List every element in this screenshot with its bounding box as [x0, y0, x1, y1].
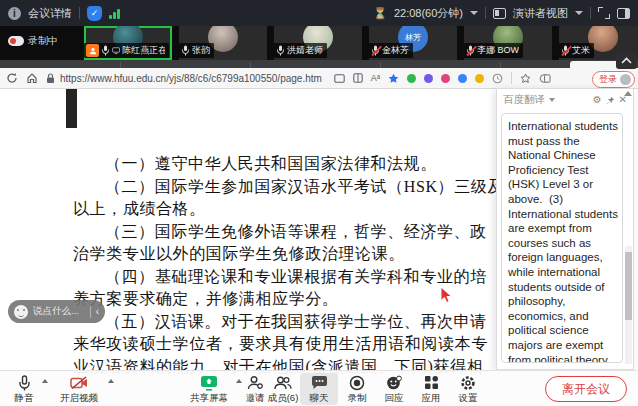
- meeting-details-label[interactable]: 会议详情: [28, 6, 72, 21]
- participant-tile[interactable]: 林芳 金林芳: [369, 26, 457, 60]
- recording-indicator: 录制中: [8, 34, 58, 48]
- doc-line: （三）国际学生免修外语等课程，哲学、经济学、政: [73, 221, 503, 244]
- translate-text: International students must pass the Nat…: [508, 119, 618, 363]
- emoji-icon[interactable]: [14, 305, 28, 319]
- participant-name: 洪婧老师: [287, 44, 323, 57]
- favorite-star-icon[interactable]: [388, 73, 399, 84]
- screen-share-mini-icon: [112, 46, 120, 55]
- share-screen-icon: [200, 374, 218, 391]
- participant-tile[interactable]: 陈红燕正在...: [84, 26, 172, 60]
- read-aloud-icon[interactable]: Aᵃ: [371, 73, 380, 83]
- fullscreen-icon[interactable]: [598, 7, 610, 19]
- scrollbar-thumb[interactable]: [625, 252, 632, 320]
- participant-name: 李娜 BOW: [477, 44, 519, 57]
- members-icon: [274, 374, 292, 391]
- browser-login-button[interactable]: 登录: [592, 71, 635, 88]
- mic-muted-icon: [466, 45, 475, 56]
- favorites-outline-icon[interactable]: [520, 73, 531, 84]
- doc-line: （一）遵守中华人民共和国国家法律和法规。: [73, 153, 503, 176]
- apps-grid-icon: [424, 374, 439, 391]
- participant-tile[interactable]: 李娜 BOW: [464, 26, 552, 60]
- meeting-duration: 22:08(60分钟): [394, 6, 463, 21]
- doc-line: 来华攻读硕士学位者，要求具有使用生活用语和阅读本专: [73, 333, 503, 356]
- participant-name: 金林芳: [382, 44, 409, 57]
- record-icon: [349, 374, 365, 391]
- lock-icon: [46, 73, 55, 84]
- doc-line: 以上，成绩合格。: [73, 198, 503, 221]
- mute-button[interactable]: 静音: [0, 374, 48, 405]
- duration-caret-icon[interactable]: [470, 11, 478, 15]
- active-tab[interactable]: [570, 61, 618, 68]
- divider: [90, 306, 91, 318]
- microphone-icon: [18, 374, 31, 391]
- page-edge-bar: [66, 89, 77, 128]
- gear-icon[interactable]: ⚙: [593, 95, 602, 105]
- translate-result-card: International students must pass the Nat…: [501, 113, 623, 363]
- view-mode-label[interactable]: 演讲者视图: [513, 6, 568, 21]
- chevron-up-icon: [621, 57, 632, 64]
- doc-line: （五）汉语课。对于在我国获得学士学位、再次申请: [73, 311, 503, 334]
- translate-panel-header: 百度翻译 ⚙ ✕: [497, 89, 633, 111]
- divider: [511, 72, 512, 84]
- meeting-window: i 会议详情 ✓ ⏳ 22:08(60分钟) 演讲者视图 录制中: [0, 0, 638, 406]
- collections-icon[interactable]: [539, 73, 551, 84]
- presenter-badge-icon: [86, 44, 99, 57]
- address-bar[interactable]: https://www.hfuu.edu.cn/yjs/88/c6/c6799a…: [46, 73, 322, 84]
- doc-line: 治学类专业以外的国际学生免修政治理论课。: [73, 243, 503, 266]
- browser-tab-strip[interactable]: [0, 60, 638, 68]
- browser-toolbar: https://www.hfuu.edu.cn/yjs/88/c6/c6799a…: [0, 68, 638, 89]
- translate-title[interactable]: 百度翻译: [503, 93, 545, 107]
- document-text: （一）遵守中华人民共和国国家法律和法规。 （二）国际学生参加国家汉语水平考试（H…: [73, 153, 503, 378]
- baidu-translate-panel: 百度翻译 ⚙ ✕ International students must pas…: [496, 88, 634, 370]
- divider: [485, 7, 486, 19]
- settings-button[interactable]: 设置: [444, 374, 492, 405]
- extension-violet-icon[interactable]: [424, 74, 433, 83]
- collapse-chat-icon[interactable]: ‹: [96, 306, 99, 317]
- view-mode-caret-icon[interactable]: [575, 11, 583, 15]
- extension-yellow-icon[interactable]: [475, 74, 484, 83]
- chat-placeholder[interactable]: 说点什么...: [33, 305, 85, 318]
- meeting-top-bar: i 会议详情 ✓ ⏳ 22:08(60分钟) 演讲者视图: [0, 0, 638, 26]
- mic-muted-icon: [371, 45, 380, 56]
- participant-name: 张韵: [192, 44, 210, 57]
- mic-on-icon: [101, 45, 110, 56]
- collapse-strip-button[interactable]: [616, 52, 637, 69]
- quick-chat-bubble[interactable]: 说点什么... ‹: [8, 300, 105, 323]
- split-screen-icon[interactable]: [353, 73, 363, 83]
- extension-blue-icon[interactable]: [458, 74, 467, 83]
- scroll-up-arrow-icon[interactable]: [624, 91, 632, 96]
- side-panel-toggle-icon[interactable]: [617, 8, 630, 19]
- participant-tile[interactable]: 洪婧老师: [274, 26, 362, 60]
- close-icon[interactable]: ✕: [619, 95, 627, 105]
- device-tab-icon[interactable]: [334, 74, 345, 83]
- share-screen-button[interactable]: 共享屏幕: [185, 374, 233, 405]
- chevron-down-icon[interactable]: [549, 98, 555, 102]
- video-options-caret[interactable]: [108, 379, 114, 383]
- history-icon[interactable]: [492, 73, 503, 84]
- mic-on-icon: [181, 45, 190, 56]
- security-shield-icon[interactable]: ✓: [87, 6, 102, 21]
- reaction-smiley-icon: [386, 374, 402, 391]
- participant-strip: 录制中 陈红燕正在... 张韵: [0, 26, 638, 60]
- divider: [590, 7, 591, 19]
- mute-options-caret[interactable]: [42, 379, 48, 383]
- meeting-info-icon[interactable]: i: [8, 7, 21, 20]
- home-icon[interactable]: [26, 72, 38, 84]
- refresh-icon[interactable]: [6, 72, 18, 84]
- network-signal-icon[interactable]: [109, 8, 120, 19]
- participant-tile[interactable]: 张韵: [179, 26, 267, 60]
- leave-meeting-button[interactable]: 离开会议: [545, 376, 627, 402]
- doc-line: 养方案要求确定，并修满相应学分。: [73, 288, 503, 311]
- extension-pink-icon[interactable]: [441, 74, 450, 83]
- chat-bubble-icon: [311, 374, 328, 391]
- url-text[interactable]: https://www.hfuu.edu.cn/yjs/88/c6/c6799a…: [60, 73, 322, 84]
- remote-cursor-icon: [440, 286, 454, 304]
- extension-green-icon[interactable]: [407, 74, 416, 83]
- doc-line: （四）基础理论课和专业课根据有关学科和专业的培: [73, 266, 503, 289]
- pin-icon[interactable]: [606, 96, 615, 105]
- camera-off-icon: [70, 374, 89, 391]
- participant-name: 陈红燕正在...: [122, 44, 165, 57]
- start-video-button[interactable]: 开启视频: [52, 374, 106, 405]
- participant-name: 艾米: [572, 44, 590, 57]
- hourglass-icon: ⏳: [373, 7, 387, 20]
